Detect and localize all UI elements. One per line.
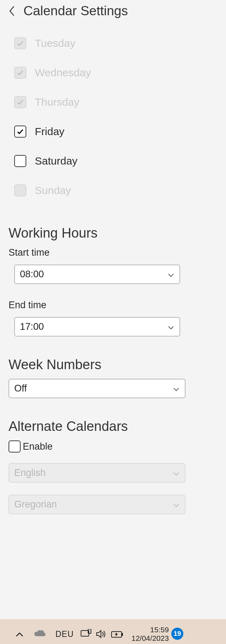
tray-language-button[interactable]: DEU [55, 629, 74, 639]
checkmark-icon [16, 128, 24, 135]
start-time-select[interactable]: 08:00 [14, 265, 180, 284]
chevron-up-icon [15, 631, 24, 638]
day-row-wednesday: Wednesday [9, 58, 217, 87]
checkmark-icon [16, 69, 24, 77]
battery-icon [111, 631, 124, 638]
alternate-calendar-system-value: Gregorian [14, 499, 57, 510]
page-title: Calendar Settings [23, 4, 128, 18]
checkbox-thursday [14, 96, 26, 108]
day-label: Saturday [35, 155, 77, 167]
chevron-down-icon [167, 269, 174, 280]
start-time-value: 08:00 [20, 269, 44, 280]
tray-volume-button[interactable] [96, 629, 107, 639]
back-button[interactable] [9, 5, 16, 17]
alternate-calendars-enable-label: Enable [23, 441, 53, 452]
day-label: Tuesday [35, 37, 75, 49]
alternate-calendar-language-select: English [9, 463, 185, 483]
speaker-icon [96, 629, 107, 639]
end-time-label: End time [9, 300, 217, 311]
chevron-down-icon [173, 467, 180, 478]
checkbox-wednesday [14, 67, 26, 79]
chevron-left-icon [9, 5, 16, 17]
chevron-down-icon [167, 321, 174, 332]
alternate-calendars-enable-checkbox[interactable] [9, 440, 21, 453]
tray-battery-button[interactable] [111, 631, 124, 638]
checkmark-icon [16, 98, 24, 106]
tray-date-text: 12/04/2023 [131, 634, 169, 643]
working-hours-heading: Working Hours [9, 226, 217, 241]
tray-language-text: DEU [55, 629, 74, 639]
taskbar: DEU 15:59 12/04/2023 19 [0, 623, 226, 644]
alternate-calendar-system-select: Gregorian [9, 495, 185, 514]
alternate-calendars-enable-row: Enable [9, 440, 217, 453]
cloud-icon [33, 629, 46, 638]
tray-notifications-button[interactable]: 19 [171, 628, 183, 640]
day-label: Wednesday [35, 67, 91, 79]
checkbox-friday[interactable] [14, 126, 26, 138]
checkmark-icon [16, 39, 24, 47]
chevron-down-icon [173, 499, 180, 510]
day-row-tuesday: Tuesday [9, 28, 217, 58]
tray-weather-button[interactable] [33, 629, 46, 638]
svg-rect-0 [81, 631, 89, 636]
end-time-select[interactable]: 17:00 [14, 317, 180, 337]
day-row-thursday: Thursday [9, 87, 217, 117]
tray-clock-button[interactable]: 15:59 12/04/2023 [131, 626, 169, 643]
notification-count: 19 [173, 630, 181, 638]
monitor-icon [80, 629, 92, 639]
day-label: Sunday [35, 184, 71, 196]
end-time-value: 17:00 [20, 321, 44, 332]
working-days-list: Tuesday Wednesday Thursday [9, 28, 217, 205]
tray-input-button[interactable] [80, 629, 92, 639]
day-label: Friday [35, 126, 64, 138]
checkbox-tuesday [14, 37, 26, 49]
day-label: Thursday [35, 96, 79, 108]
alternate-calendars-heading: Alternate Calendars [9, 419, 217, 434]
week-numbers-heading: Week Numbers [9, 357, 217, 372]
checkbox-sunday [14, 184, 26, 196]
week-numbers-select[interactable]: Off [9, 379, 185, 398]
day-row-saturday: Saturday [9, 146, 217, 176]
day-row-sunday: Sunday [9, 176, 217, 205]
svg-rect-3 [122, 633, 123, 636]
checkbox-saturday[interactable] [14, 155, 26, 167]
tray-time-text: 15:59 [131, 626, 169, 634]
alternate-calendar-language-value: English [14, 467, 46, 478]
notification-badge: 19 [171, 628, 183, 640]
tray-overflow-button[interactable] [15, 631, 24, 638]
chevron-down-icon [173, 383, 180, 394]
day-row-friday: Friday [9, 117, 217, 146]
week-numbers-value: Off [14, 383, 27, 394]
start-time-label: Start time [9, 247, 217, 258]
